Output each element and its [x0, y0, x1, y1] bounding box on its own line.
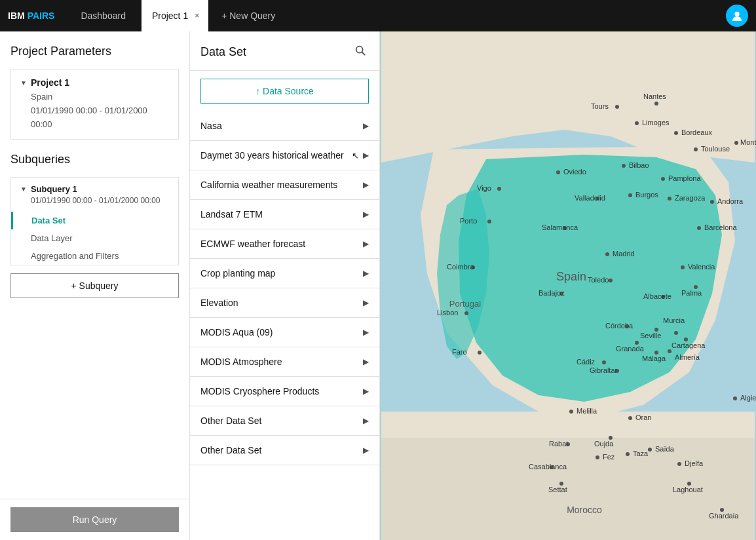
add-subquery-button[interactable]: + Subquery: [10, 273, 179, 298]
svg-point-10: [710, 200, 714, 204]
portugal-label: Portugal: [449, 299, 482, 309]
dataset-item-label: MODIS Cryosphere Products: [200, 386, 363, 396]
svg-point-46: [674, 331, 678, 335]
svg-text:Nantes: Nantes: [643, 92, 666, 100]
search-button[interactable]: [352, 42, 369, 62]
svg-point-18: [628, 193, 632, 197]
dataset-item-label: Nasa: [200, 121, 363, 131]
chevron-right-icon: ▶: [363, 387, 369, 396]
user-avatar[interactable]: [726, 5, 748, 27]
svg-point-22: [487, 220, 491, 223]
cursor-pointer-icon: ↖: [352, 151, 359, 161]
search-icon: [354, 45, 366, 56]
chevron-right-icon: ▶: [363, 416, 369, 425]
svg-text:Cartagena: Cartagena: [671, 341, 706, 349]
svg-point-91: [654, 102, 658, 106]
svg-point-28: [609, 279, 613, 282]
svg-text:Coimbra: Coimbra: [447, 263, 474, 271]
new-query-button[interactable]: + New Query: [214, 0, 283, 31]
subquery-item-datalayer[interactable]: Data Layer: [11, 229, 178, 247]
dataset-header: Data Set: [190, 31, 379, 71]
dataset-item-nasa[interactable]: Nasa ▶: [190, 111, 379, 141]
project-card: ▼ Project 1 Spain 01/01/1990 00:00 - 01/…: [10, 69, 179, 140]
svg-point-40: [464, 311, 468, 315]
subqueries-title: Subqueries: [10, 153, 179, 166]
dataset-panel: Data Set ↑ Data Source Nasa ▶ Daymet 30 …: [190, 31, 380, 540]
close-tab-icon[interactable]: ×: [193, 10, 200, 22]
project-name-label: Project 1: [31, 77, 69, 88]
chevron-right-icon: ▶: [363, 446, 369, 455]
top-navigation: IBM PAIRS Dashboard Project 1 × + New Qu…: [0, 0, 756, 31]
dataset-item-california[interactable]: California weather measurements ▶: [190, 170, 379, 200]
dataset-item-label: Other Data Set: [200, 415, 363, 426]
dataset-item-elevation[interactable]: Elevation ▶: [190, 288, 379, 318]
svg-point-58: [602, 360, 606, 364]
subquery1-triangle: ▼: [20, 185, 27, 193]
svg-point-81: [635, 121, 639, 125]
data-source-button[interactable]: ↑ Data Source: [200, 79, 369, 104]
ibm-text: IBM: [8, 10, 25, 21]
subquery-item-dataset[interactable]: Data Set: [11, 212, 178, 229]
chevron-right-icon: ▶: [363, 269, 369, 278]
svg-text:Burgos: Burgos: [635, 191, 658, 199]
svg-point-70: [626, 452, 630, 456]
svg-text:Settat: Settat: [548, 486, 567, 493]
dataset-item-other2[interactable]: Other Data Set ▶: [190, 436, 379, 465]
svg-text:Málaga: Málaga: [642, 355, 666, 362]
svg-point-68: [595, 455, 599, 459]
dataset-item-other1[interactable]: Other Data Set ▶: [190, 406, 379, 436]
svg-text:Laghouat: Laghouat: [673, 486, 703, 493]
run-query-button[interactable]: Run Query: [10, 507, 179, 532]
dataset-item-landsat[interactable]: Landsat 7 ETM ▶: [190, 200, 379, 229]
svg-text:Madrid: Madrid: [613, 250, 635, 258]
svg-text:Oviedo: Oviedo: [563, 168, 586, 176]
svg-line-2: [362, 52, 365, 55]
brand-logo: IBM PAIRS: [8, 10, 54, 21]
svg-text:Córdoba: Córdoba: [605, 322, 633, 330]
dataset-item-daymet[interactable]: Daymet 30 years historical weather ↖ ▶: [190, 141, 379, 170]
svg-point-85: [694, 147, 698, 151]
dataset-item-label: MODIS Atmosphere: [200, 357, 363, 367]
subquery1-date: 01/01/1990 00:00 - 01/01/2000 00:00: [31, 196, 169, 205]
svg-text:Lisbon: Lisbon: [437, 309, 458, 317]
subquery1-header: ▼ Subquery 1 01/01/1990 00:00 - 01/01/20…: [11, 178, 178, 212]
svg-text:Melilla: Melilla: [576, 407, 597, 415]
svg-text:Barcelona: Barcelona: [704, 223, 737, 231]
svg-point-64: [628, 416, 632, 420]
project-name: ▼ Project 1: [20, 77, 169, 88]
svg-text:Saïda: Saïda: [655, 445, 675, 453]
svg-point-20: [668, 197, 671, 201]
svg-point-83: [674, 131, 678, 135]
dataset-item-label: MODIS Aqua (09): [200, 327, 363, 338]
svg-point-14: [497, 187, 501, 191]
project-date-range: 01/01/1990 00:00 - 01/01/2000 00:00: [31, 104, 169, 132]
svg-point-56: [478, 351, 482, 355]
dataset-item-ecmwf[interactable]: ECMWF weather forecast ▶: [190, 229, 379, 259]
dataset-item-modis-atmosphere[interactable]: MODIS Atmosphere ▶: [190, 347, 379, 377]
svg-point-97: [733, 396, 737, 400]
chevron-right-icon: ▶: [363, 239, 369, 248]
svg-text:Bordeaux: Bordeaux: [681, 128, 713, 136]
tab-project1[interactable]: Project 1 ×: [142, 0, 208, 31]
chevron-right-icon: ▶: [363, 180, 369, 189]
svg-text:Seville: Seville: [640, 332, 661, 339]
map-panel: Spain Portugal Oviedo Bilbao Pamplona An…: [380, 31, 756, 540]
svg-point-87: [734, 141, 738, 145]
svg-text:Cádiz: Cádiz: [576, 358, 595, 366]
svg-text:Toledo: Toledo: [588, 276, 609, 284]
dataset-item-crop[interactable]: Crop planting map ▶: [190, 259, 379, 288]
svg-point-72: [648, 448, 652, 452]
dataset-list: Nasa ▶ Daymet 30 years historical weathe…: [190, 111, 379, 540]
svg-text:Fez: Fez: [603, 453, 615, 461]
svg-text:Badajoz: Badajoz: [539, 289, 565, 297]
chevron-right-icon: ▶: [363, 328, 369, 337]
dataset-item-modis-cryo[interactable]: MODIS Cryosphere Products ▶: [190, 377, 379, 406]
tab-dashboard[interactable]: Dashboard: [70, 0, 136, 31]
svg-text:Algiers: Algiers: [740, 394, 756, 402]
subquery1-items: Data Set Data Layer Aggregation and Filt…: [11, 212, 178, 265]
svg-point-12: [697, 226, 701, 230]
chevron-right-icon: ▶: [363, 151, 369, 160]
user-icon: [731, 10, 743, 22]
subquery-item-aggregation[interactable]: Aggregation and Filters: [11, 247, 178, 265]
dataset-item-modis-aqua[interactable]: MODIS Aqua (09) ▶: [190, 318, 379, 347]
